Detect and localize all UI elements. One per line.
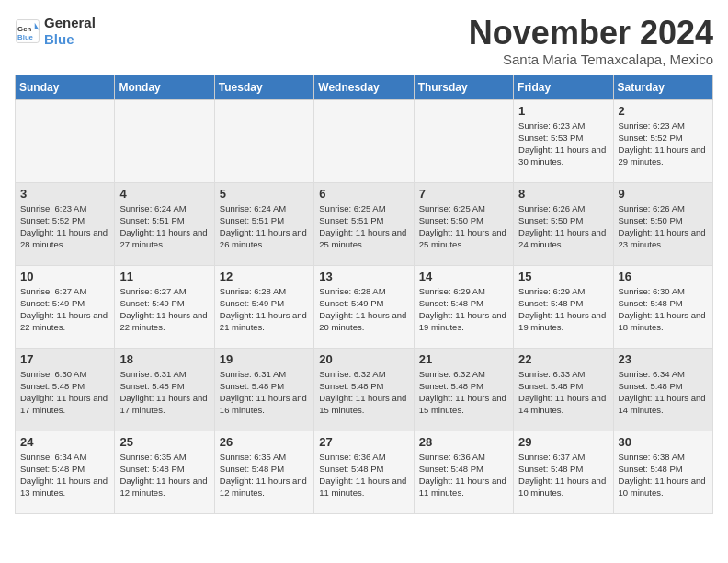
cell-info: Sunrise: 6:37 AM Sunset: 5:48 PM Dayligh… xyxy=(518,451,608,500)
cell-info: Sunrise: 6:23 AM Sunset: 5:52 PM Dayligh… xyxy=(619,120,708,168)
day-number: 30 xyxy=(619,435,708,449)
cell-info: Sunrise: 6:29 AM Sunset: 5:48 PM Dayligh… xyxy=(419,285,508,334)
calendar-week-row: 10Sunrise: 6:27 AM Sunset: 5:49 PM Dayli… xyxy=(16,265,713,348)
weekday-header-friday: Friday xyxy=(514,75,613,99)
calendar-cell: 29Sunrise: 6:37 AM Sunset: 5:48 PM Dayli… xyxy=(514,431,613,513)
logo-line1: General xyxy=(44,15,96,31)
cell-info: Sunrise: 6:32 AM Sunset: 5:48 PM Dayligh… xyxy=(319,368,408,417)
day-number: 7 xyxy=(419,187,508,201)
cell-info: Sunrise: 6:24 AM Sunset: 5:51 PM Dayligh… xyxy=(220,202,309,251)
day-number: 22 xyxy=(518,352,608,366)
cell-info: Sunrise: 6:28 AM Sunset: 5:49 PM Dayligh… xyxy=(319,285,408,334)
month-title: November 2024 xyxy=(469,15,713,52)
calendar-cell: 23Sunrise: 6:34 AM Sunset: 5:48 PM Dayli… xyxy=(613,348,712,431)
day-number: 10 xyxy=(20,270,109,283)
calendar-cell xyxy=(414,99,513,182)
calendar-cell: 7Sunrise: 6:25 AM Sunset: 5:50 PM Daylig… xyxy=(414,182,513,265)
calendar-cell xyxy=(314,99,414,182)
cell-info: Sunrise: 6:29 AM Sunset: 5:48 PM Dayligh… xyxy=(518,285,608,334)
calendar-cell: 17Sunrise: 6:30 AM Sunset: 5:48 PM Dayli… xyxy=(16,348,115,431)
calendar-cell: 6Sunrise: 6:25 AM Sunset: 5:51 PM Daylig… xyxy=(314,182,414,265)
calendar-cell: 27Sunrise: 6:36 AM Sunset: 5:48 PM Dayli… xyxy=(314,431,414,513)
day-number: 11 xyxy=(119,270,209,283)
calendar-cell: 4Sunrise: 6:24 AM Sunset: 5:51 PM Daylig… xyxy=(115,182,214,265)
day-number: 3 xyxy=(20,187,109,201)
day-number: 9 xyxy=(619,187,708,201)
location-title: Santa Maria Temaxcalapa, Mexico xyxy=(469,52,713,67)
cell-info: Sunrise: 6:30 AM Sunset: 5:48 PM Dayligh… xyxy=(20,368,109,417)
calendar-cell: 21Sunrise: 6:32 AM Sunset: 5:48 PM Dayli… xyxy=(414,348,513,431)
weekday-header-tuesday: Tuesday xyxy=(214,75,313,99)
calendar-table: SundayMondayTuesdayWednesdayThursdayFrid… xyxy=(15,75,713,514)
cell-info: Sunrise: 6:34 AM Sunset: 5:48 PM Dayligh… xyxy=(619,368,708,417)
calendar-cell xyxy=(16,99,115,182)
calendar-cell: 22Sunrise: 6:33 AM Sunset: 5:48 PM Dayli… xyxy=(514,348,613,431)
cell-info: Sunrise: 6:25 AM Sunset: 5:51 PM Dayligh… xyxy=(319,202,408,251)
cell-info: Sunrise: 6:28 AM Sunset: 5:49 PM Dayligh… xyxy=(220,285,309,334)
day-number: 18 xyxy=(119,352,209,366)
day-number: 15 xyxy=(518,270,608,283)
cell-info: Sunrise: 6:35 AM Sunset: 5:48 PM Dayligh… xyxy=(119,451,209,500)
svg-text:Gen: Gen xyxy=(17,25,31,33)
calendar-cell: 1Sunrise: 6:23 AM Sunset: 5:53 PM Daylig… xyxy=(514,99,613,182)
calendar-cell: 16Sunrise: 6:30 AM Sunset: 5:48 PM Dayli… xyxy=(613,265,712,348)
day-number: 26 xyxy=(220,435,309,449)
weekday-header-sunday: Sunday xyxy=(16,75,115,99)
cell-info: Sunrise: 6:23 AM Sunset: 5:53 PM Dayligh… xyxy=(518,120,608,168)
calendar-week-row: 17Sunrise: 6:30 AM Sunset: 5:48 PM Dayli… xyxy=(16,348,713,431)
day-number: 2 xyxy=(619,104,708,118)
logo-line2: Blue xyxy=(44,31,96,48)
cell-info: Sunrise: 6:31 AM Sunset: 5:48 PM Dayligh… xyxy=(220,368,309,417)
logo: Gen Blue General Blue xyxy=(15,15,96,48)
calendar-cell: 13Sunrise: 6:28 AM Sunset: 5:49 PM Dayli… xyxy=(314,265,414,348)
cell-info: Sunrise: 6:32 AM Sunset: 5:48 PM Dayligh… xyxy=(419,368,508,417)
cell-info: Sunrise: 6:31 AM Sunset: 5:48 PM Dayligh… xyxy=(119,368,209,417)
calendar-cell: 14Sunrise: 6:29 AM Sunset: 5:48 PM Dayli… xyxy=(414,265,513,348)
calendar-header-row: SundayMondayTuesdayWednesdayThursdayFrid… xyxy=(16,75,713,99)
cell-info: Sunrise: 6:36 AM Sunset: 5:48 PM Dayligh… xyxy=(319,451,408,500)
day-number: 8 xyxy=(518,187,608,201)
calendar-cell: 12Sunrise: 6:28 AM Sunset: 5:49 PM Dayli… xyxy=(214,265,313,348)
cell-info: Sunrise: 6:36 AM Sunset: 5:48 PM Dayligh… xyxy=(419,451,508,500)
cell-info: Sunrise: 6:24 AM Sunset: 5:51 PM Dayligh… xyxy=(119,202,209,251)
calendar-cell: 10Sunrise: 6:27 AM Sunset: 5:49 PM Dayli… xyxy=(16,265,115,348)
day-number: 29 xyxy=(518,435,608,449)
calendar-cell: 3Sunrise: 6:23 AM Sunset: 5:52 PM Daylig… xyxy=(16,182,115,265)
calendar-cell: 28Sunrise: 6:36 AM Sunset: 5:48 PM Dayli… xyxy=(414,431,513,513)
day-number: 27 xyxy=(319,435,408,449)
calendar-cell: 2Sunrise: 6:23 AM Sunset: 5:52 PM Daylig… xyxy=(613,99,712,182)
day-number: 14 xyxy=(419,270,508,283)
day-number: 4 xyxy=(119,187,209,201)
day-number: 16 xyxy=(619,270,708,283)
svg-text:Blue: Blue xyxy=(17,33,34,41)
calendar-cell: 25Sunrise: 6:35 AM Sunset: 5:48 PM Dayli… xyxy=(115,431,214,513)
day-number: 23 xyxy=(619,352,708,366)
cell-info: Sunrise: 6:30 AM Sunset: 5:48 PM Dayligh… xyxy=(619,285,708,334)
calendar-cell: 8Sunrise: 6:26 AM Sunset: 5:50 PM Daylig… xyxy=(514,182,613,265)
calendar-cell: 19Sunrise: 6:31 AM Sunset: 5:48 PM Dayli… xyxy=(214,348,313,431)
calendar-cell: 11Sunrise: 6:27 AM Sunset: 5:49 PM Dayli… xyxy=(115,265,214,348)
calendar-cell: 15Sunrise: 6:29 AM Sunset: 5:48 PM Dayli… xyxy=(514,265,613,348)
calendar-cell: 20Sunrise: 6:32 AM Sunset: 5:48 PM Dayli… xyxy=(314,348,414,431)
cell-info: Sunrise: 6:26 AM Sunset: 5:50 PM Dayligh… xyxy=(619,202,708,251)
weekday-header-thursday: Thursday xyxy=(414,75,513,99)
calendar-cell: 9Sunrise: 6:26 AM Sunset: 5:50 PM Daylig… xyxy=(613,182,712,265)
cell-info: Sunrise: 6:34 AM Sunset: 5:48 PM Dayligh… xyxy=(20,451,109,500)
title-block: November 2024 Santa Maria Temaxcalapa, M… xyxy=(469,15,713,67)
calendar-week-row: 3Sunrise: 6:23 AM Sunset: 5:52 PM Daylig… xyxy=(16,182,713,265)
calendar-cell: 30Sunrise: 6:38 AM Sunset: 5:48 PM Dayli… xyxy=(613,431,712,513)
cell-info: Sunrise: 6:25 AM Sunset: 5:50 PM Dayligh… xyxy=(419,202,508,251)
day-number: 12 xyxy=(220,270,309,283)
day-number: 13 xyxy=(319,270,408,283)
calendar-cell xyxy=(214,99,313,182)
calendar-cell xyxy=(115,99,214,182)
cell-info: Sunrise: 6:27 AM Sunset: 5:49 PM Dayligh… xyxy=(119,285,209,334)
day-number: 28 xyxy=(419,435,508,449)
calendar-week-row: 24Sunrise: 6:34 AM Sunset: 5:48 PM Dayli… xyxy=(16,431,713,513)
weekday-header-wednesday: Wednesday xyxy=(314,75,414,99)
calendar-cell: 5Sunrise: 6:24 AM Sunset: 5:51 PM Daylig… xyxy=(214,182,313,265)
day-number: 19 xyxy=(220,352,309,366)
day-number: 20 xyxy=(319,352,408,366)
day-number: 25 xyxy=(119,435,209,449)
day-number: 24 xyxy=(20,435,109,449)
